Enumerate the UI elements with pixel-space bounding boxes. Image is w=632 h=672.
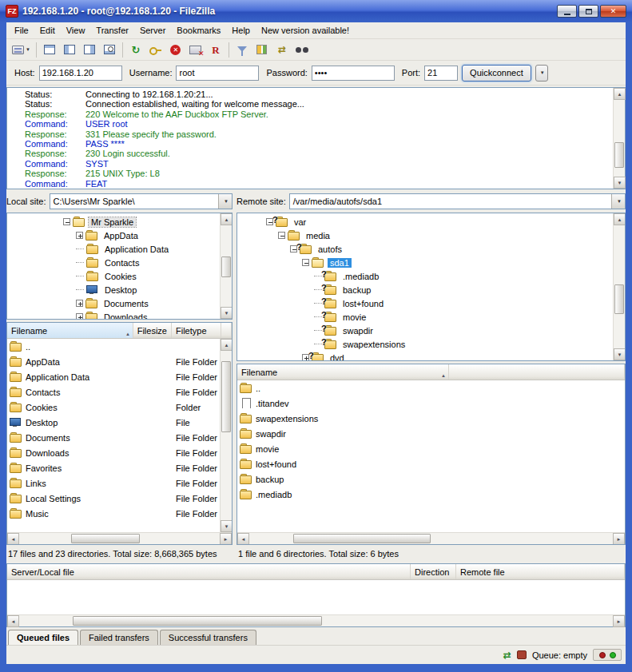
quickconnect-dropdown-button[interactable] <box>535 65 548 82</box>
scroll-right-icon[interactable] <box>613 615 625 627</box>
remote-tree-scrollbar[interactable] <box>613 213 625 360</box>
dropdown-arrow-icon[interactable] <box>218 194 232 209</box>
tree-item-var[interactable]: var <box>237 215 613 229</box>
column-header-direction[interactable]: Direction <box>411 564 456 579</box>
scroll-down-icon[interactable] <box>221 520 233 532</box>
scrollbar-thumb[interactable] <box>293 534 431 543</box>
tab-successful-transfers[interactable]: Successful transfers <box>160 630 256 645</box>
collapse-icon[interactable] <box>63 218 70 225</box>
cancel-button[interactable] <box>166 41 185 59</box>
tree-item-backup[interactable]: backup <box>237 283 613 296</box>
host-input[interactable] <box>39 66 122 81</box>
tree-item-downloads[interactable]: Downloads <box>7 310 220 319</box>
menu-new-version[interactable]: New version available! <box>256 23 355 38</box>
tree-item-swapextensions[interactable]: swapextensions <box>237 337 613 351</box>
toggle-local-tree-button[interactable] <box>60 41 79 59</box>
scrollbar-thumb[interactable] <box>221 256 231 278</box>
file-row[interactable]: Application DataFile Folder <box>7 369 220 384</box>
file-row[interactable]: swapdir <box>237 426 625 441</box>
column-header-remote-file[interactable]: Remote file <box>456 564 625 579</box>
tree-item-mediadb[interactable]: .mediadb <box>237 269 613 283</box>
toggle-log-button[interactable] <box>40 41 59 59</box>
expand-icon[interactable] <box>76 313 83 319</box>
scrollbar-thumb[interactable] <box>73 616 322 626</box>
file-row[interactable]: DesktopFile <box>7 415 220 430</box>
tree-item-mr-sparkle[interactable]: Mr Sparkle <box>7 215 220 229</box>
local-tree-scrollbar[interactable] <box>220 213 232 319</box>
quickconnect-button[interactable]: Quickconnect <box>462 65 531 82</box>
file-row[interactable]: .titandev <box>237 396 625 411</box>
menu-help[interactable]: Help <box>226 23 256 38</box>
file-row[interactable]: Local SettingsFile Folder <box>7 491 220 506</box>
speed-limits-icon[interactable] <box>517 650 527 659</box>
tree-item-swapdir[interactable]: swapdir <box>237 324 613 337</box>
menu-edit[interactable]: Edit <box>34 23 61 38</box>
scrollbar-thumb[interactable] <box>614 284 624 314</box>
scroll-left-icon[interactable] <box>7 533 19 545</box>
file-row[interactable]: DocumentsFile Folder <box>7 430 220 445</box>
file-row[interactable]: backup <box>237 471 625 487</box>
scroll-up-icon[interactable] <box>614 213 626 225</box>
file-row[interactable]: LinksFile Folder <box>7 475 220 491</box>
find-files-button[interactable] <box>292 41 312 59</box>
tree-item-lost-found[interactable]: lost+found <box>237 296 613 310</box>
tree-item-media[interactable]: media <box>237 229 613 242</box>
file-row[interactable]: AppDataFile Folder <box>7 354 220 369</box>
minimize-button[interactable] <box>557 5 577 18</box>
refresh-button[interactable] <box>126 41 145 59</box>
scroll-down-icon[interactable] <box>221 307 233 319</box>
collapse-icon[interactable] <box>302 259 309 266</box>
scroll-left-icon[interactable] <box>7 615 19 627</box>
tab-queued-files[interactable]: Queued files <box>8 630 78 645</box>
tab-failed-transfers[interactable]: Failed transfers <box>80 630 158 645</box>
scroll-up-icon[interactable] <box>221 213 233 225</box>
file-row[interactable]: CookiesFolder <box>7 400 220 415</box>
file-row[interactable]: movie <box>237 441 625 456</box>
file-row[interactable]: ContactsFile Folder <box>7 384 220 400</box>
menu-transfer[interactable]: Transfer <box>90 23 134 38</box>
port-input[interactable] <box>424 66 458 81</box>
column-header-local-file[interactable]: Server/Local file <box>7 564 411 579</box>
scroll-right-icon[interactable] <box>220 533 232 545</box>
collapse-icon[interactable] <box>278 232 285 239</box>
remote-list-hscrollbar[interactable] <box>237 532 625 544</box>
close-button[interactable] <box>600 5 626 18</box>
expand-icon[interactable] <box>76 232 83 239</box>
scrollbar-thumb[interactable] <box>614 142 624 169</box>
file-row[interactable]: DownloadsFile Folder <box>7 445 220 460</box>
file-row-up[interactable]: .. <box>237 380 625 396</box>
password-input[interactable] <box>312 66 395 81</box>
tree-item-movie[interactable]: movie <box>237 310 613 324</box>
disconnect-button[interactable] <box>186 41 205 59</box>
scroll-down-icon[interactable] <box>614 348 626 360</box>
menu-server[interactable]: Server <box>134 23 171 38</box>
tree-item-cookies[interactable]: Cookies <box>7 269 220 283</box>
username-input[interactable] <box>176 66 259 81</box>
expand-icon[interactable] <box>76 300 83 307</box>
directory-comparison-button[interactable] <box>252 41 272 59</box>
scroll-up-icon[interactable] <box>221 339 233 351</box>
site-manager-button[interactable] <box>10 41 33 59</box>
scroll-down-icon[interactable] <box>614 177 626 189</box>
tree-item-documents[interactable]: Documents <box>7 296 220 310</box>
tree-item-contacts[interactable]: Contacts <box>7 256 220 269</box>
file-row[interactable]: .mediadb <box>237 487 625 502</box>
reconnect-button[interactable] <box>206 41 225 59</box>
scrollbar-thumb[interactable] <box>221 361 231 432</box>
scrollbar-thumb[interactable] <box>71 534 139 543</box>
tree-item-desktop[interactable]: Desktop <box>7 283 220 296</box>
local-site-combo[interactable]: C:\Users\Mr Sparkle\ <box>50 193 233 209</box>
file-row-up[interactable]: .. <box>7 339 220 354</box>
column-header-filesize[interactable]: Filesize <box>133 323 172 338</box>
tree-item-dvd[interactable]: dvd <box>237 351 613 360</box>
column-header-filename[interactable]: Filename <box>237 364 449 380</box>
file-row[interactable]: swapextensions <box>237 411 625 426</box>
tree-item-autofs[interactable]: autofs <box>237 242 613 256</box>
menu-bookmarks[interactable]: Bookmarks <box>171 23 226 38</box>
tree-item-application-data[interactable]: Application Data <box>7 242 220 256</box>
file-row[interactable]: MusicFile Folder <box>7 506 220 521</box>
maximize-button[interactable] <box>578 5 598 18</box>
tree-item-appdata[interactable]: AppData <box>7 229 220 242</box>
synchronized-browsing-button[interactable] <box>272 41 292 59</box>
column-header-filetype[interactable]: Filetype <box>172 323 221 338</box>
